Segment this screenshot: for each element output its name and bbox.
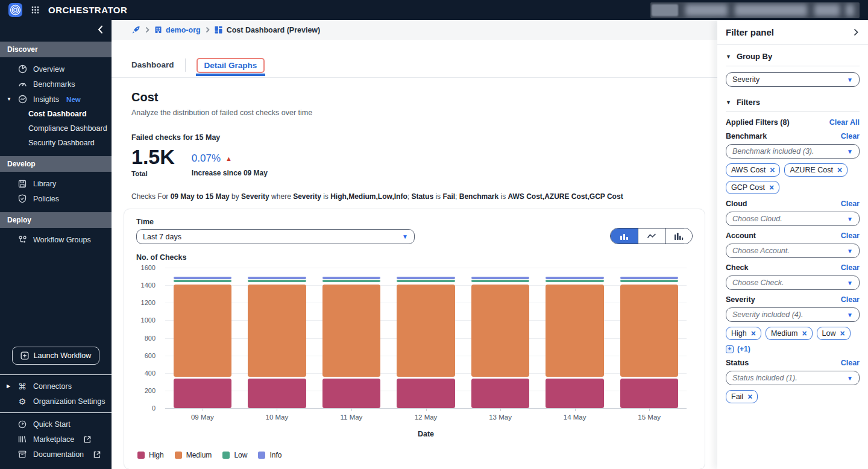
bar-segment-high[interactable] <box>174 379 231 409</box>
sidebar-item-overview[interactable]: Overview <box>0 61 112 77</box>
remove-chip-icon[interactable]: × <box>840 329 845 338</box>
bar-segment-info[interactable] <box>546 277 603 279</box>
caret-right-icon[interactable]: ▶ <box>7 383 11 389</box>
bar-segment-high[interactable] <box>248 379 306 409</box>
bar-segment-medium[interactable] <box>248 285 306 377</box>
remove-chip-icon[interactable]: × <box>751 329 756 338</box>
bar-segment-medium[interactable] <box>546 285 603 377</box>
clear-all-link[interactable]: Clear All <box>829 118 860 127</box>
sidebar-item-workflow-groups[interactable]: Workflow Groups <box>0 232 112 247</box>
caret-down-icon[interactable]: ▼ <box>7 96 11 102</box>
chevron-down-icon: ▼ <box>847 216 853 222</box>
sidebar-item-quick-start[interactable]: Quick Start <box>0 417 112 432</box>
app-grid-icon[interactable] <box>31 6 39 14</box>
sidebar-item-marketplace[interactable]: Marketplace <box>0 432 112 447</box>
bar-segment-info[interactable] <box>322 277 380 279</box>
bar-segment-info[interactable] <box>174 277 231 279</box>
sidebar-item-compliance-dashboard[interactable]: Compliance Dashboard <box>0 121 112 136</box>
breadcrumb-page[interactable]: Cost Dashboard (Preview) <box>215 26 321 34</box>
time-select[interactable]: Last 7 days ▼ <box>136 229 415 244</box>
benchmark-select[interactable]: Benchmark included (3). ▼ <box>726 144 860 159</box>
clear-check-link[interactable]: Clear <box>841 263 860 272</box>
line-chart-button[interactable] <box>638 228 665 244</box>
benchmark-chip[interactable]: AZURE Cost× <box>784 163 848 177</box>
filter-group-account: Account Clear Choose Account. ▼ <box>726 231 860 258</box>
status-chip[interactable]: Fail× <box>726 390 758 403</box>
severity-chip[interactable]: Low× <box>817 327 851 340</box>
bar-segment-medium[interactable] <box>620 285 678 377</box>
clear-cloud-link[interactable]: Clear <box>841 200 860 208</box>
remove-chip-icon[interactable]: × <box>802 329 807 338</box>
bar-segment-medium[interactable] <box>471 285 529 377</box>
bar-segment-medium[interactable] <box>397 285 454 377</box>
severity-show-more[interactable]: + (+1) <box>726 345 860 353</box>
bar-segment-medium[interactable] <box>174 285 231 377</box>
highlight-box: Detail Graphs <box>197 58 265 73</box>
bar-segment-low[interactable] <box>471 280 529 282</box>
launch-workflow-button[interactable]: Launch Workflow <box>12 347 99 365</box>
clear-severity-link[interactable]: Clear <box>841 295 860 304</box>
sidebar-item-library[interactable]: Library <box>0 176 112 191</box>
bar-segment-low[interactable] <box>546 280 603 282</box>
sidebar-item-documentation[interactable]: Documentation <box>0 447 112 462</box>
remove-chip-icon[interactable]: × <box>770 166 775 174</box>
bar-segment-low[interactable] <box>620 280 678 282</box>
severity-select[interactable]: Severity included (4). ▼ <box>726 307 860 322</box>
account-select[interactable]: Choose Account. ▼ <box>726 244 860 258</box>
cloud-select[interactable]: Choose Cloud. ▼ <box>726 212 860 226</box>
sidebar-item-insights[interactable]: ▼ Insights New <box>0 92 112 107</box>
clear-account-link[interactable]: Clear <box>841 231 860 240</box>
filters-section-header[interactable]: ▼ Filters <box>726 98 860 112</box>
bar-segment-info[interactable] <box>620 277 678 279</box>
benchmark-chip[interactable]: GCP Cost× <box>726 181 779 194</box>
severity-chip[interactable]: High× <box>726 327 761 340</box>
clear-status-link[interactable]: Clear <box>841 359 860 367</box>
app-logo-icon[interactable] <box>8 3 22 17</box>
sidebar-item-benchmarks[interactable]: Benchmarks <box>0 77 112 92</box>
tab-dashboard[interactable]: Dashboard <box>131 60 174 69</box>
severity-chip[interactable]: Medium× <box>766 327 813 340</box>
sidebar-item-organization-settings[interactable]: ⚙ Organization Settings <box>0 394 112 409</box>
collapse-panel-chevron-icon[interactable] <box>854 28 858 36</box>
sidebar-item-policies[interactable]: Policies <box>0 191 112 206</box>
bar-segment-low[interactable] <box>248 280 306 282</box>
grouped-bar-chart-button[interactable] <box>665 228 692 244</box>
bar-segment-high[interactable] <box>471 379 529 409</box>
bar-segment-info[interactable] <box>471 277 529 279</box>
bar-segment-low[interactable] <box>397 280 454 282</box>
benchmark-chip[interactable]: AWS Cost× <box>726 163 780 177</box>
rocket-icon[interactable] <box>131 25 140 34</box>
breadcrumb-org[interactable]: demo-org <box>154 26 201 34</box>
bar-segment-high[interactable] <box>322 379 380 409</box>
remove-chip-icon[interactable]: × <box>747 392 752 401</box>
stacked-bar-chart-button[interactable] <box>611 228 638 244</box>
filter-group-check: Check Clear Choose Check. ▼ <box>726 263 860 290</box>
remove-chip-icon[interactable]: × <box>769 183 774 192</box>
main-content: demo-org Cost Dashboard (Preview) Dashbo… <box>112 20 717 469</box>
bar-segment-info[interactable] <box>248 277 306 279</box>
sidebar-collapse-icon[interactable] <box>98 25 103 34</box>
bar-segment-info[interactable] <box>397 277 454 279</box>
filter-group-cloud: Cloud Clear Choose Cloud. ▼ <box>726 200 860 226</box>
check-select[interactable]: Choose Check. ▼ <box>726 275 860 290</box>
sidebar-item-security-dashboard[interactable]: Security Dashboard <box>0 136 112 150</box>
remove-chip-icon[interactable]: × <box>837 166 842 174</box>
filter-panel: Filter panel ▼ Group By Severity ▼ ▼ Fil… <box>717 20 868 469</box>
bar-segment-high[interactable] <box>620 379 678 409</box>
sidebar-item-connectors[interactable]: ▶ ⌘ Connectors <box>0 379 112 394</box>
workflow-icon <box>17 235 27 244</box>
bar-segment-low[interactable] <box>174 280 231 282</box>
bar-segment-medium[interactable] <box>322 285 380 377</box>
group-by-section-header[interactable]: ▼ Group By <box>726 52 860 66</box>
clear-benchmark-link[interactable]: Clear <box>841 132 860 140</box>
status-select[interactable]: Status included (1). ▼ <box>726 371 860 385</box>
sidebar-item-cost-dashboard[interactable]: Cost Dashboard <box>0 107 112 121</box>
chevron-down-icon: ▼ <box>847 148 853 155</box>
group-by-select[interactable]: Severity ▼ <box>726 72 860 87</box>
bar-segment-low[interactable] <box>322 280 380 282</box>
tab-detail-graphs[interactable]: Detail Graphs <box>197 60 265 71</box>
chart-plot[interactable]: 09 May10 May11 May12 May13 May14 May15 M… <box>165 268 687 409</box>
bar-segment-high[interactable] <box>546 379 603 409</box>
redacted-account-info[interactable] <box>650 2 860 18</box>
bar-segment-high[interactable] <box>397 379 454 409</box>
